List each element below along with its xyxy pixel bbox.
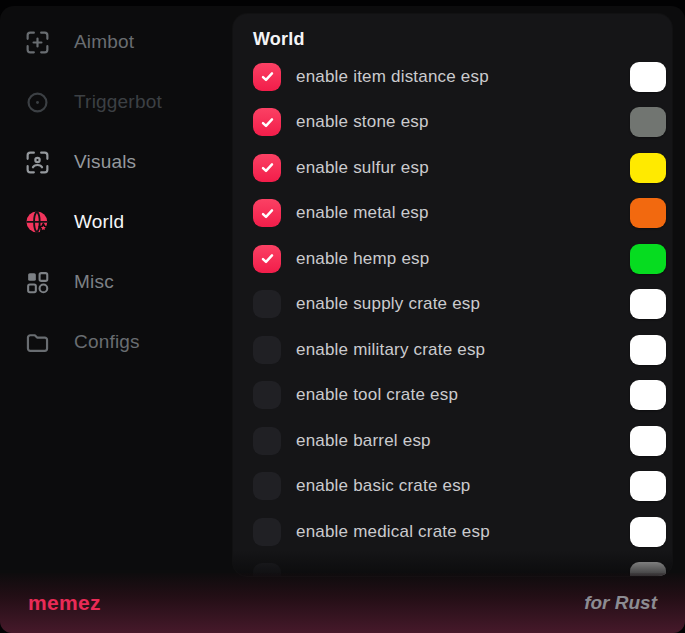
sidebar-item-label: Visuals	[74, 151, 136, 173]
esp-checkbox[interactable]	[253, 336, 281, 364]
sidebar-item-configs[interactable]: Configs	[0, 312, 233, 372]
esp-color-swatch[interactable]	[630, 153, 666, 183]
sidebar-item-label: Configs	[74, 331, 140, 353]
setting-row: enable basic crate esp	[233, 464, 672, 510]
esp-color-swatch[interactable]	[630, 380, 666, 410]
esp-checkbox[interactable]	[253, 108, 281, 136]
esp-label: enable barrel esp	[296, 431, 630, 451]
esp-label: enable metal esp	[296, 203, 630, 223]
sidebar: Aimbot Triggerbot Visuals World Misc Con…	[0, 12, 233, 372]
esp-color-swatch[interactable]	[630, 289, 666, 319]
esp-checkbox[interactable]	[253, 63, 281, 91]
sidebar-item-visuals[interactable]: Visuals	[0, 132, 233, 192]
esp-color-swatch[interactable]	[630, 107, 666, 137]
settings-rows: enable item distance esp enable stone es…	[233, 54, 672, 576]
esp-label: enable hemp esp	[296, 249, 630, 269]
esp-color-swatch[interactable]	[630, 198, 666, 228]
setting-row: enable barrel esp	[233, 418, 672, 464]
misc-icon	[24, 269, 51, 296]
esp-label: enable stone esp	[296, 112, 630, 132]
sidebar-item-label: Misc	[74, 271, 114, 293]
esp-checkbox[interactable]	[253, 245, 281, 273]
sidebar-item-label: Aimbot	[74, 31, 134, 53]
setting-row: enable item distance esp	[233, 54, 672, 100]
setting-row: enable metal esp	[233, 191, 672, 237]
esp-color-swatch[interactable]	[630, 471, 666, 501]
sidebar-item-triggerbot[interactable]: Triggerbot	[0, 72, 233, 132]
brand-name: memez	[28, 591, 101, 615]
esp-label: enable item distance esp	[296, 67, 630, 87]
esp-checkbox[interactable]	[253, 154, 281, 182]
esp-checkbox[interactable]	[253, 518, 281, 546]
esp-checkbox[interactable]	[253, 381, 281, 409]
esp-checkbox[interactable]	[253, 427, 281, 455]
configs-icon	[24, 329, 51, 356]
esp-color-swatch[interactable]	[630, 244, 666, 274]
esp-label: enable supply crate esp	[296, 294, 630, 314]
aimbot-icon	[24, 29, 51, 56]
sidebar-item-misc[interactable]: Misc	[0, 252, 233, 312]
check-icon	[260, 69, 275, 84]
esp-color-swatch[interactable]	[630, 426, 666, 456]
setting-row: enable military crate esp	[233, 327, 672, 373]
esp-label: enable basic crate esp	[296, 476, 630, 496]
setting-row: enable stone esp	[233, 100, 672, 146]
esp-label: enable military crate esp	[296, 340, 630, 360]
setting-row: enable tool crate esp	[233, 373, 672, 419]
esp-checkbox[interactable]	[253, 472, 281, 500]
setting-row: enable hemp esp	[233, 236, 672, 282]
check-icon	[260, 251, 275, 266]
esp-label: enable medical crate esp	[296, 522, 630, 542]
panel-title: World	[253, 26, 672, 54]
world-icon	[24, 209, 51, 236]
sidebar-item-aimbot[interactable]: Aimbot	[0, 12, 233, 72]
footer-bar: memez for Rust	[0, 573, 685, 633]
esp-checkbox[interactable]	[253, 290, 281, 318]
esp-color-swatch[interactable]	[630, 335, 666, 365]
cheat-menu-window: Aimbot Triggerbot Visuals World Misc Con…	[0, 6, 685, 633]
esp-label: enable tool crate esp	[296, 385, 630, 405]
check-icon	[260, 206, 275, 221]
esp-color-swatch[interactable]	[630, 62, 666, 92]
esp-label: enable sulfur esp	[296, 158, 630, 178]
settings-panel: World enable item distance esp enable st…	[233, 14, 672, 576]
sidebar-item-label: World	[74, 211, 124, 233]
setting-row: enable supply crate esp	[233, 282, 672, 328]
sidebar-item-world[interactable]: World	[0, 192, 233, 252]
triggerbot-icon	[24, 89, 51, 116]
visuals-icon	[24, 149, 51, 176]
setting-row: enable sulfur esp	[233, 145, 672, 191]
sidebar-item-label: Triggerbot	[74, 91, 162, 113]
esp-color-swatch[interactable]	[630, 517, 666, 547]
brand-tagline: for Rust	[584, 592, 657, 614]
check-icon	[260, 160, 275, 175]
esp-checkbox[interactable]	[253, 199, 281, 227]
setting-row: enable medical crate esp	[233, 509, 672, 555]
check-icon	[260, 115, 275, 130]
